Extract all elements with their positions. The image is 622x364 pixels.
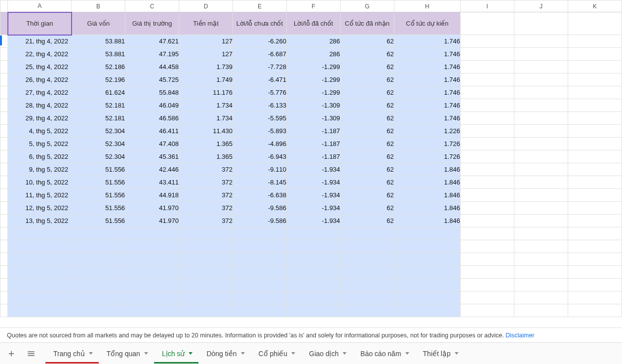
cell-B[interactable] [72, 279, 125, 291]
cell-J[interactable] [514, 61, 568, 73]
cell-H[interactable]: 1.746 [394, 61, 460, 73]
cell-G[interactable] [340, 291, 394, 304]
cell-B[interactable]: 52.304 [72, 125, 125, 138]
cell-E[interactable]: -8.145 [233, 176, 286, 189]
cell-G[interactable]: 62 [340, 61, 394, 73]
cell-H[interactable]: 1.846 [394, 202, 460, 215]
column-header-D[interactable]: D [179, 0, 233, 12]
sheet-tab[interactable]: Thiết lập [415, 344, 465, 364]
cell-D[interactable]: 127 [179, 48, 233, 61]
caret-down-icon[interactable] [343, 352, 347, 355]
cell-D[interactable]: 1.734 [179, 112, 233, 125]
row-number[interactable] [0, 189, 8, 202]
cell-C[interactable] [125, 279, 179, 291]
cell-A[interactable]: 27, thg 4, 2022 [8, 86, 72, 99]
row-number[interactable] [0, 240, 8, 253]
cell-F[interactable] [286, 227, 340, 240]
cell-C[interactable]: 42.446 [125, 163, 179, 176]
cell-D[interactable]: 1.734 [179, 99, 233, 112]
caret-down-icon[interactable] [291, 352, 295, 355]
cell-J[interactable] [514, 291, 568, 304]
cell-C[interactable] [125, 291, 179, 304]
cell-F[interactable]: -1.309 [286, 99, 340, 112]
cell-J[interactable] [514, 163, 568, 176]
spreadsheet-grid[interactable]: ABCDEFGHIJK Thời gianGiá vốnGiá thị trườ… [0, 0, 622, 328]
cell-H[interactable]: 1.746 [394, 99, 460, 112]
cell-C[interactable]: 44.918 [125, 189, 179, 202]
row-number[interactable] [0, 99, 8, 112]
cell-F[interactable]: -1.187 [286, 150, 340, 163]
cell-C[interactable]: 41.970 [125, 202, 179, 215]
cell-D[interactable] [179, 227, 233, 240]
cell-H[interactable]: 1.746 [394, 35, 460, 48]
cell-D[interactable]: 1.749 [179, 73, 233, 86]
cell-K[interactable] [568, 150, 622, 163]
cell-K[interactable] [568, 227, 622, 240]
cell-C[interactable]: 45.725 [125, 73, 179, 86]
cell-H[interactable] [394, 240, 460, 253]
cell-D[interactable]: 1.365 [179, 150, 233, 163]
cell-G[interactable]: 62 [340, 86, 394, 99]
column-header-F[interactable]: F [286, 0, 340, 12]
disclaimer-link[interactable]: Disclaimer [505, 332, 534, 339]
row-number[interactable] [0, 150, 8, 163]
cell-E[interactable] [233, 227, 286, 240]
cell-C[interactable]: 47.408 [125, 138, 179, 150]
cell-J[interactable] [514, 266, 568, 279]
cell-G[interactable]: 62 [340, 125, 394, 138]
cell-C[interactable] [125, 227, 179, 240]
column-header-C[interactable]: C [125, 0, 179, 12]
cell-K[interactable] [568, 48, 622, 61]
cell-E[interactable] [233, 291, 286, 304]
cell-C[interactable]: 46.411 [125, 125, 179, 138]
cell-C[interactable]: 46.049 [125, 99, 179, 112]
row-number[interactable] [0, 86, 8, 99]
row-number[interactable] [0, 12, 8, 35]
sheet-tab[interactable]: Giao dịch [301, 344, 352, 364]
cell-H[interactable]: 1.726 [394, 138, 460, 150]
cell-B[interactable]: 52.181 [72, 112, 125, 125]
column-header-A[interactable]: A [8, 0, 72, 12]
cell-K[interactable] [568, 291, 622, 304]
row-number[interactable] [0, 125, 8, 138]
cell-C[interactable] [125, 253, 179, 266]
cell-A[interactable] [8, 240, 72, 253]
cell-G[interactable]: 62 [340, 189, 394, 202]
header-cell-F[interactable]: Lời/lỗ đã chốt [286, 12, 340, 35]
cell-B[interactable]: 52.186 [72, 61, 125, 73]
cell-C[interactable]: 41.970 [125, 215, 179, 227]
cell-C[interactable]: 55.848 [125, 86, 179, 99]
cell-I[interactable] [461, 35, 514, 48]
row-number[interactable] [0, 279, 8, 291]
sheet-tab[interactable]: Trang chủ [45, 344, 99, 364]
cell-E[interactable] [233, 266, 286, 279]
cell-D[interactable]: 1.365 [179, 138, 233, 150]
cell-A[interactable]: 26, thg 4, 2022 [8, 73, 72, 86]
cell-C[interactable] [125, 240, 179, 253]
cell-J[interactable] [514, 202, 568, 215]
cell-K[interactable] [568, 61, 622, 73]
cell-K[interactable] [568, 138, 622, 150]
caret-down-icon[interactable] [405, 352, 409, 355]
cell-K[interactable] [568, 112, 622, 125]
cell-G[interactable]: 62 [340, 215, 394, 227]
cell-H[interactable]: 1.846 [394, 215, 460, 227]
cell-A[interactable] [8, 291, 72, 304]
cell-B[interactable] [72, 227, 125, 240]
cell-J[interactable] [514, 240, 568, 253]
cell-K[interactable] [568, 215, 622, 227]
cell-E[interactable]: -4.896 [233, 138, 286, 150]
cell-B[interactable]: 53.881 [72, 48, 125, 61]
cell-K[interactable] [568, 125, 622, 138]
row-number[interactable] [0, 253, 8, 266]
cell-F[interactable]: -1.934 [286, 176, 340, 189]
row-number[interactable] [0, 176, 8, 189]
cell-E[interactable] [233, 240, 286, 253]
cell-E[interactable]: -5.893 [233, 125, 286, 138]
column-header-K[interactable]: K [568, 0, 622, 12]
header-cell-E[interactable]: Lời/lỗ chưa chốt [233, 12, 286, 35]
cell-A[interactable]: 4, thg 5, 2022 [8, 125, 72, 138]
header-cell-H[interactable]: Cổ tức dự kiến [394, 12, 460, 35]
cell-J[interactable] [514, 86, 568, 99]
cell-D[interactable] [179, 304, 233, 317]
